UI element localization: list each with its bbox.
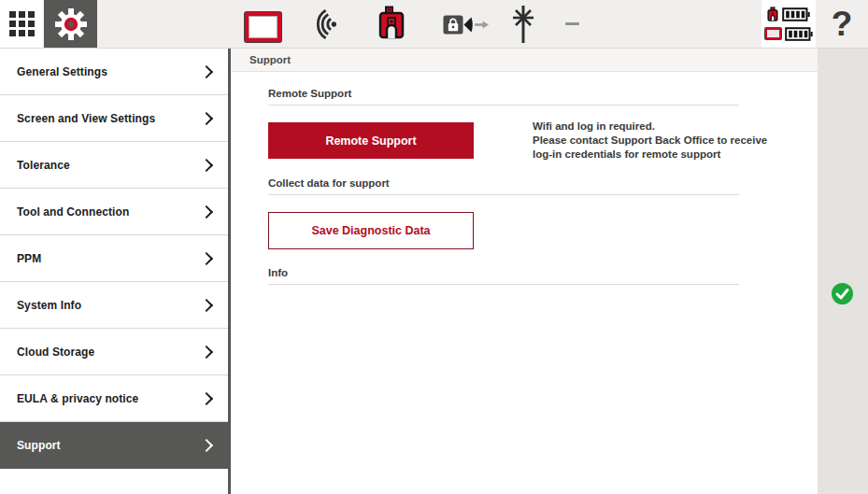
sidebar-item-tolerance[interactable]: Tolerance — [0, 142, 228, 189]
sidebar-item-eula-privacy-notice[interactable]: EULA & privacy notice — [0, 375, 228, 422]
instrument-mini-icon — [767, 7, 778, 21]
wifi-signal-icon — [306, 9, 342, 39]
sidebar-item-label: System Info — [17, 299, 81, 312]
save-diagnostic-data-button[interactable]: Save Diagnostic Data — [268, 212, 474, 249]
sidebar-item-label: Tool and Connection — [17, 205, 129, 219]
note-line: Please contact Support Back Office to re… — [533, 134, 767, 148]
sidebar-item-ppm[interactable]: PPM — [0, 235, 228, 282]
display-icon — [245, 12, 281, 42]
sidebar-item-screen-and-view-settings[interactable]: Screen and View Settings — [0, 95, 228, 142]
apps-menu-button[interactable] — [0, 0, 43, 48]
sidebar-item-support[interactable]: Support — [0, 422, 228, 469]
note-line: Wifi and log in required. — [533, 120, 767, 134]
chevron-right-icon — [200, 298, 213, 311]
chevron-right-icon — [200, 251, 213, 264]
sidebar-item-label: Tolerance — [17, 159, 70, 172]
apps-grid-icon — [9, 11, 35, 36]
sidebar-item-label: Screen and View Settings — [17, 112, 155, 125]
right-rail — [818, 49, 868, 494]
sidebar-item-label: Support — [17, 439, 61, 452]
arrow-right-icon — [475, 21, 489, 29]
display-battery-row — [761, 26, 816, 42]
instrument-battery-row — [761, 7, 816, 22]
top-bar: ? — [0, 0, 868, 49]
sidebar-item-label: General Settings — [17, 65, 107, 78]
display-mini-icon — [765, 28, 781, 39]
section-title-collect-data: Collect data for support — [268, 177, 739, 195]
remote-support-button[interactable]: Remote Support — [268, 122, 474, 159]
pole-antenna-icon — [509, 5, 537, 44]
settings-tab-active[interactable] — [44, 0, 97, 48]
sidebar-item-label: Cloud Storage — [17, 346, 94, 359]
dash-icon — [565, 22, 579, 25]
chevron-right-icon — [200, 205, 213, 218]
section-title-remote-support: Remote Support — [268, 88, 739, 106]
confirm-button[interactable] — [832, 283, 853, 304]
sidebar-item-cloud-storage[interactable]: Cloud Storage — [0, 329, 228, 375]
note-line: log-in credentials for remote support — [533, 148, 767, 162]
support-page: Support Remote Support Remote Support Wi… — [231, 49, 818, 494]
chevron-right-icon — [200, 64, 213, 78]
chevron-right-icon — [200, 158, 213, 171]
page-title: Support — [249, 54, 291, 65]
remote-support-note: Wifi and log in required. Please contact… — [533, 120, 767, 162]
camera-lock-icon — [443, 14, 490, 36]
sidebar-item-label: PPM — [17, 252, 41, 265]
sidebar-item-label: EULA & privacy notice — [17, 392, 138, 405]
settings-sidebar: General Settings Screen and View Setting… — [0, 49, 228, 494]
sidebar-item-system-info[interactable]: System Info — [0, 282, 228, 329]
section-title-info: Info — [268, 267, 739, 285]
chevron-right-icon — [200, 438, 213, 451]
sidebar-item-tool-and-connection[interactable]: Tool and Connection — [0, 189, 228, 235]
gear-icon — [54, 7, 88, 41]
help-button[interactable]: ? — [816, 0, 868, 48]
check-circle-icon — [832, 283, 853, 304]
question-mark-icon: ? — [832, 7, 853, 41]
chevron-right-icon — [200, 345, 213, 358]
battery-full-icon — [782, 7, 810, 22]
sidebar-item-general-settings[interactable]: General Settings — [0, 49, 228, 95]
chevron-right-icon — [200, 391, 213, 404]
instrument-icon — [377, 6, 406, 41]
chevron-right-icon — [200, 111, 213, 124]
battery-status-panel — [761, 0, 816, 48]
battery-full-icon — [785, 26, 813, 42]
page-header: Support — [231, 49, 818, 72]
